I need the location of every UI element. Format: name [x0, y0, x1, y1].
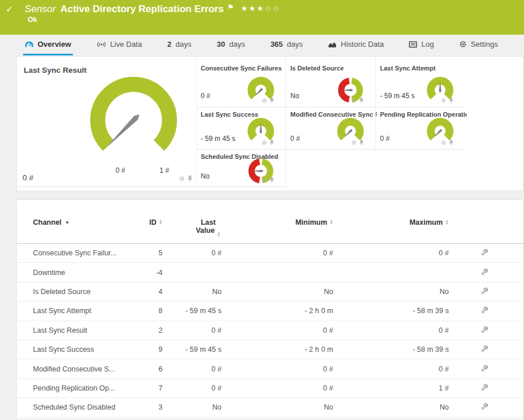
sort-icon: ▲▼: [159, 220, 163, 225]
gauge-tile-last-sync-success: Last Sync Success - 59 m 45 s: [196, 107, 286, 150]
maximum-cell: 0 #: [333, 326, 449, 334]
gauge-title: Last Sync Result: [24, 66, 87, 75]
minimum-cell: - 2 h 0 m: [222, 345, 333, 354]
minimum-cell: 0 #: [222, 326, 333, 334]
id-cell: 4: [130, 288, 163, 296]
tab-live-data[interactable]: Live Data: [95, 35, 144, 55]
tab-number: 30: [217, 40, 225, 49]
gauge-value: 0 #: [290, 135, 300, 143]
gauge: [82, 75, 186, 156]
minimum-cell: 0 #: [222, 384, 333, 392]
gear-icon[interactable]: [441, 98, 446, 103]
tab-overview[interactable]: Overview: [23, 35, 73, 55]
channel-cell: Is Deleted Source: [33, 288, 130, 296]
gear-icon[interactable]: [441, 140, 446, 146]
gauge-tile-last-sync-result: Last Sync Result 0 # 1 # 0 #: [17, 57, 196, 187]
last-value-cell: No: [163, 288, 222, 296]
maximum-cell: 1 #: [333, 384, 449, 392]
gear-icon[interactable]: [179, 176, 185, 182]
pin-icon[interactable]: [359, 140, 364, 146]
sort-caret-icon: ▼: [65, 220, 69, 225]
table-row: Last Sync Attempt 8 - 59 m 45 s - 2 h 0 …: [17, 302, 523, 321]
gauge-value: 0 #: [201, 92, 211, 100]
table-row: Is Deleted Source 4 No No No: [17, 283, 523, 302]
channel-settings-icon[interactable]: [481, 326, 489, 333]
sensor-status-badge: Ok: [28, 16, 37, 24]
table-header-id[interactable]: ID ▲▼: [130, 218, 163, 226]
column-label: Maximum: [409, 218, 443, 226]
maximum-cell: No: [333, 288, 449, 296]
pin-icon[interactable]: [359, 98, 364, 103]
gauge-icon: [25, 41, 34, 48]
sort-icon: ▲▼: [330, 220, 333, 225]
pin-icon[interactable]: [449, 140, 453, 146]
pin-icon[interactable]: [187, 176, 193, 182]
channel-settings-icon[interactable]: [481, 403, 489, 410]
table-row: Scheduled Sync Disabled 3 No No No: [17, 398, 523, 417]
flag-icon[interactable]: ⚑: [227, 3, 234, 12]
tab-365-days[interactable]: 365 days: [268, 35, 304, 55]
tab-label: Historic Data: [341, 40, 383, 49]
tab-label: days: [287, 40, 302, 49]
tab-30-days[interactable]: 30 days: [215, 35, 247, 55]
log-icon: [409, 41, 417, 48]
tab-historic-data[interactable]: Historic Data: [326, 35, 385, 55]
channel-cell: Modified Consecutive S...: [33, 365, 130, 373]
tab-label: days: [175, 40, 191, 49]
gear-icon[interactable]: [351, 140, 357, 146]
tab-2-days[interactable]: 2 days: [165, 35, 193, 55]
last-value-cell: - 59 m 45 s: [163, 345, 222, 354]
gauge-value: - 59 m 45 s: [201, 135, 235, 143]
table-header-last-value[interactable]: Last Value▲▼: [163, 218, 222, 236]
last-value-cell: 0 #: [163, 384, 222, 392]
table-header-channel[interactable]: Channel ▼: [33, 218, 130, 226]
gear-icon[interactable]: [261, 140, 267, 146]
gauges-panel: Last Sync Result 0 # 1 # 0 # Consecutive…: [16, 56, 523, 191]
channel-settings-icon[interactable]: [481, 287, 489, 295]
pin-icon[interactable]: [270, 98, 274, 103]
tab-log[interactable]: Log: [407, 35, 436, 55]
gear-icon: [459, 40, 467, 48]
tab-bar: Overview Live Data 2 days 30 days 365 da…: [0, 35, 524, 55]
channel-settings-icon[interactable]: [481, 248, 489, 256]
pin-icon[interactable]: [449, 98, 453, 103]
tab-label: Settings: [471, 40, 498, 49]
minimum-cell: No: [222, 288, 333, 296]
gauge-tile-last-sync-attempt: Last Sync Attempt - 59 m 45 s: [375, 57, 465, 107]
column-label: Last Value: [195, 218, 215, 235]
tab-settings[interactable]: Settings: [457, 35, 500, 55]
maximum-cell: No: [333, 403, 449, 411]
gauge-scale-max: 1 #: [156, 166, 173, 174]
table-header-maximum[interactable]: Maximum ▲▼: [333, 218, 449, 226]
gauge-title: Last Sync Attempt: [380, 65, 436, 72]
gauge-value: - 59 m 45 s: [380, 92, 415, 100]
channel-cell: Consecutive Sync Failur...: [33, 249, 130, 257]
channel-settings-icon[interactable]: [481, 345, 489, 352]
gear-icon[interactable]: [261, 177, 267, 183]
table-header-minimum[interactable]: Minimum ▲▼: [222, 218, 333, 226]
pin-icon[interactable]: [270, 177, 274, 183]
channel-cell: Downtime: [33, 269, 130, 277]
channel-cell: Last Sync Success: [33, 345, 130, 354]
last-value-cell: No: [163, 403, 222, 411]
star-rating[interactable]: ★★★☆☆: [241, 4, 281, 13]
sensor-title: Active Directory Replication Errors: [60, 3, 223, 15]
table-row: Pending Replication Op... 7 0 # 0 # 1 #: [17, 379, 523, 398]
column-label: Channel: [33, 218, 61, 226]
last-value-cell: - 59 m 45 s: [163, 307, 222, 315]
sort-icon: ▲▼: [217, 232, 220, 237]
gear-icon[interactable]: [351, 98, 357, 103]
channel-settings-icon[interactable]: [481, 268, 489, 276]
id-cell: 2: [130, 326, 163, 334]
column-label: Minimum: [296, 218, 327, 226]
id-cell: 5: [130, 249, 163, 257]
gauge-tile-scheduled-sync-disabled: Scheduled Sync Disabled No: [196, 150, 286, 187]
channel-settings-icon[interactable]: [481, 384, 489, 391]
gauge-value: 0 #: [23, 173, 34, 182]
table-header-row: Channel ▼ ID ▲▼ Last Value▲▼ Minimum ▲▼ …: [17, 215, 523, 244]
channel-settings-icon[interactable]: [481, 365, 489, 372]
channel-settings-icon[interactable]: [481, 306, 489, 314]
channel-cell: Pending Replication Op...: [33, 384, 130, 392]
gear-icon[interactable]: [261, 98, 267, 103]
pin-icon[interactable]: [270, 140, 274, 146]
